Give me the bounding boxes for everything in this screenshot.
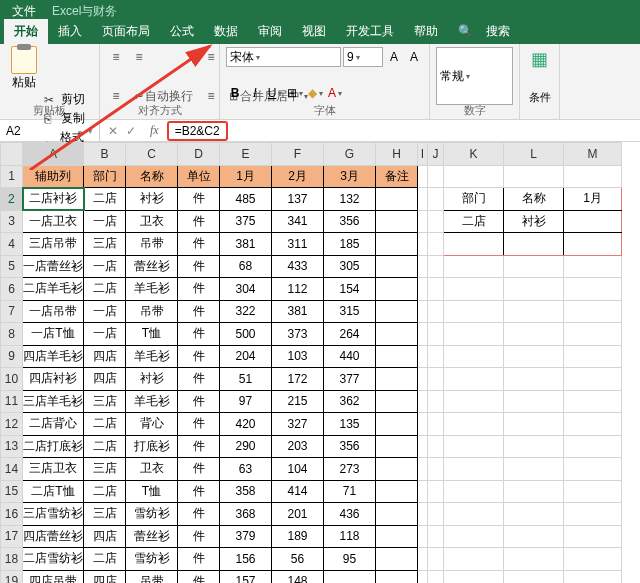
tab-help[interactable]: 帮助 bbox=[404, 19, 448, 44]
cell[interactable]: 148 bbox=[272, 570, 324, 583]
cell[interactable] bbox=[376, 345, 418, 368]
cell[interactable]: 四店蕾丝衫 bbox=[23, 525, 84, 548]
col-header-F[interactable]: F bbox=[272, 143, 324, 166]
cell[interactable]: 雪纺衫 bbox=[126, 548, 178, 571]
cell[interactable]: 356 bbox=[324, 435, 376, 458]
cell[interactable]: 二店 bbox=[84, 548, 126, 571]
font-name-select[interactable]: 宋体▾ bbox=[226, 47, 341, 67]
cell[interactable]: 二店 bbox=[84, 188, 126, 211]
cell[interactable]: 件 bbox=[178, 458, 220, 481]
cell[interactable]: 68 bbox=[220, 255, 272, 278]
cell[interactable]: 四店衬衫 bbox=[23, 368, 84, 391]
align-left[interactable]: ≡ bbox=[201, 48, 221, 66]
accept-formula[interactable]: ✓ bbox=[126, 124, 136, 138]
cell[interactable]: 雪纺衫 bbox=[126, 503, 178, 526]
col-header-L[interactable]: L bbox=[504, 143, 564, 166]
tab-insert[interactable]: 插入 bbox=[48, 19, 92, 44]
cell[interactable]: 件 bbox=[178, 413, 220, 436]
cell[interactable] bbox=[376, 233, 418, 256]
align-top[interactable]: ≡ bbox=[106, 48, 126, 66]
table-header[interactable]: 名称 bbox=[126, 165, 178, 188]
border-button[interactable]: ⊞▾ bbox=[286, 84, 304, 102]
cell[interactable]: 420 bbox=[220, 413, 272, 436]
cell[interactable]: 290 bbox=[220, 435, 272, 458]
cell[interactable] bbox=[376, 480, 418, 503]
row-header[interactable]: 7 bbox=[1, 300, 23, 323]
cell[interactable]: 件 bbox=[178, 255, 220, 278]
cell[interactable]: 三店羊毛衫 bbox=[23, 390, 84, 413]
cell[interactable]: 327 bbox=[272, 413, 324, 436]
col-header-D[interactable]: D bbox=[178, 143, 220, 166]
cell[interactable]: 373 bbox=[272, 323, 324, 346]
cell[interactable]: 二店背心 bbox=[23, 413, 84, 436]
cell[interactable]: 51 bbox=[220, 368, 272, 391]
cell[interactable]: 羊毛衫 bbox=[126, 278, 178, 301]
cell[interactable]: 440 bbox=[324, 345, 376, 368]
cell[interactable]: 蕾丝衫 bbox=[126, 525, 178, 548]
cell[interactable]: 一店蕾丝衫 bbox=[23, 255, 84, 278]
cell[interactable]: 379 bbox=[220, 525, 272, 548]
cell[interactable] bbox=[376, 300, 418, 323]
cell[interactable]: 件 bbox=[178, 548, 220, 571]
table-header[interactable]: 3月 bbox=[324, 165, 376, 188]
cell[interactable]: 二店衬衫 bbox=[23, 188, 84, 211]
cell[interactable]: 一店 bbox=[84, 255, 126, 278]
cell[interactable]: 一店 bbox=[84, 300, 126, 323]
cell[interactable]: 衬衫 bbox=[126, 188, 178, 211]
cell[interactable]: 154 bbox=[324, 278, 376, 301]
cell[interactable]: 118 bbox=[324, 525, 376, 548]
cell[interactable] bbox=[376, 570, 418, 583]
cell[interactable]: 368 bbox=[220, 503, 272, 526]
cell[interactable]: 103 bbox=[272, 345, 324, 368]
cell[interactable] bbox=[376, 458, 418, 481]
cell[interactable] bbox=[376, 278, 418, 301]
side-cell[interactable]: 二店 bbox=[444, 210, 504, 233]
side-cell[interactable] bbox=[564, 233, 622, 256]
col-header-A[interactable]: A bbox=[23, 143, 84, 166]
cell[interactable] bbox=[376, 188, 418, 211]
tab-view[interactable]: 视图 bbox=[292, 19, 336, 44]
row-header[interactable]: 6 bbox=[1, 278, 23, 301]
cell[interactable]: 433 bbox=[272, 255, 324, 278]
cell[interactable]: 一店 bbox=[84, 323, 126, 346]
cell[interactable]: 135 bbox=[324, 413, 376, 436]
cell[interactable]: 二店雪纺衫 bbox=[23, 548, 84, 571]
row-header[interactable]: 19 bbox=[1, 570, 23, 583]
side-header[interactable]: 名称 bbox=[504, 188, 564, 211]
cell[interactable]: 四店羊毛衫 bbox=[23, 345, 84, 368]
formula-bar[interactable]: =B2&C2 bbox=[167, 121, 228, 141]
cell[interactable]: 四店 bbox=[84, 368, 126, 391]
cell[interactable]: 四店 bbox=[84, 570, 126, 583]
cell[interactable]: T恤 bbox=[126, 480, 178, 503]
font-color[interactable]: A▾ bbox=[326, 84, 344, 102]
col-header-C[interactable]: C bbox=[126, 143, 178, 166]
cell[interactable]: 件 bbox=[178, 188, 220, 211]
cell[interactable]: 三店雪纺衫 bbox=[23, 503, 84, 526]
paste-button[interactable]: 粘贴 bbox=[6, 46, 42, 91]
side-cell[interactable] bbox=[504, 233, 564, 256]
cell[interactable]: 件 bbox=[178, 323, 220, 346]
row-header[interactable]: 18 bbox=[1, 548, 23, 571]
cell[interactable]: 吊带 bbox=[126, 233, 178, 256]
cell[interactable] bbox=[376, 525, 418, 548]
cell[interactable]: 二店羊毛衫 bbox=[23, 278, 84, 301]
col-header-B[interactable]: B bbox=[84, 143, 126, 166]
cell[interactable]: 二店 bbox=[84, 480, 126, 503]
select-all-corner[interactable] bbox=[1, 143, 23, 166]
cell[interactable]: 件 bbox=[178, 503, 220, 526]
cell[interactable]: 311 bbox=[272, 233, 324, 256]
cell[interactable] bbox=[376, 255, 418, 278]
cell[interactable] bbox=[376, 548, 418, 571]
col-header-G[interactable]: G bbox=[324, 143, 376, 166]
cell[interactable]: 315 bbox=[324, 300, 376, 323]
cell[interactable]: 362 bbox=[324, 390, 376, 413]
cell[interactable]: 二店 bbox=[84, 413, 126, 436]
side-cell[interactable] bbox=[564, 210, 622, 233]
row-header[interactable]: 9 bbox=[1, 345, 23, 368]
cell[interactable]: 185 bbox=[324, 233, 376, 256]
row-header[interactable]: 13 bbox=[1, 435, 23, 458]
number-format-select[interactable]: 常规▾ bbox=[436, 47, 513, 105]
col-header-K[interactable]: K bbox=[444, 143, 504, 166]
side-header[interactable]: 部门 bbox=[444, 188, 504, 211]
cell[interactable]: 375 bbox=[220, 210, 272, 233]
